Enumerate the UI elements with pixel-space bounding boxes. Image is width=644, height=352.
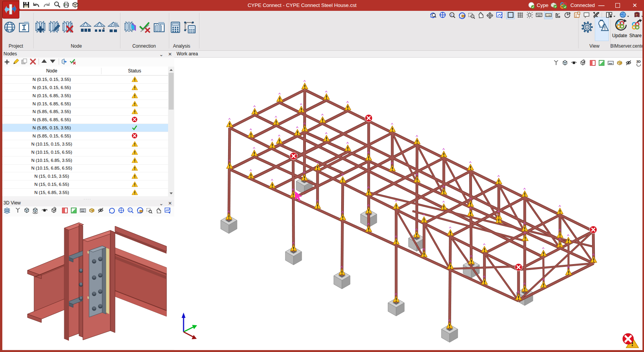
svg-text:2: 2 xyxy=(451,14,452,16)
svg-text:?: ? xyxy=(635,13,637,17)
svg-text:1.00: 1.00 xyxy=(546,14,551,17)
svg-text:2: 2 xyxy=(129,209,131,211)
